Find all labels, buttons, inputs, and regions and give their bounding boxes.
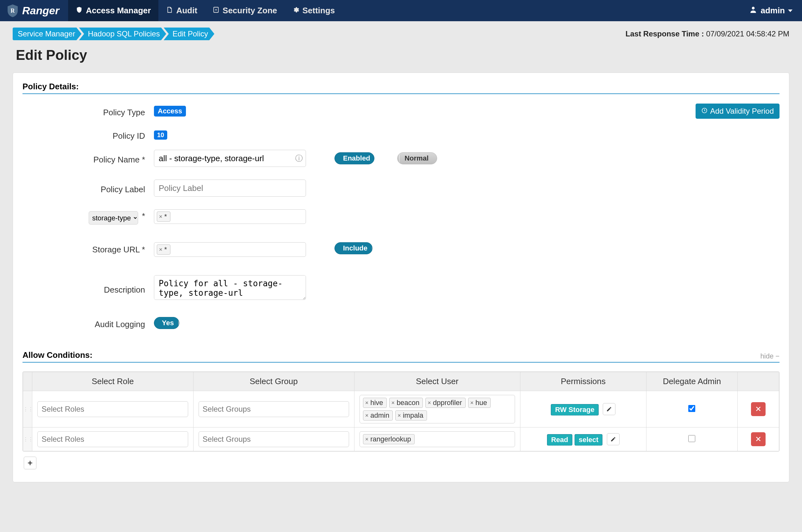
storage-type-tag: ×* [157,211,170,222]
add-validity-period-button[interactable]: Add Validity Period [695,103,780,119]
user-tag: ×beacon [389,398,423,408]
policy-type-badge: Access [154,106,186,116]
resource-select[interactable]: storage-type [89,211,138,225]
delegate-admin-checkbox[interactable] [688,405,695,412]
user-tag: ×rangerlookup [363,434,415,444]
user-icon [749,5,757,16]
delete-row-button[interactable]: ✕ [751,402,766,416]
permission-badge: select [575,434,602,445]
select-roles-input[interactable] [37,431,188,447]
minus-icon: − [776,352,780,360]
nav-label: Settings [302,6,335,16]
resp-time-label: Last Response Time : [626,30,706,38]
remove-tag-icon[interactable]: × [397,412,401,419]
tag-text: rangerlookup [370,435,411,443]
crumb-edit-policy[interactable]: Edit Policy [164,27,215,40]
page-title: Edit Policy [16,47,789,63]
add-condition-button[interactable]: + [24,457,36,469]
remove-tag-icon[interactable]: × [365,400,369,406]
tag-text: * [164,245,167,254]
permission-badge: Read [547,434,572,445]
toggle-label: Include [339,244,372,252]
crumb-service-manager[interactable]: Service Manager [13,27,81,40]
include-toggle[interactable]: Include [335,242,373,254]
tag-text: dpprofiler [433,399,462,407]
normal-override-toggle[interactable]: Normal [397,152,437,164]
edit-permissions-button[interactable] [607,433,619,445]
brand-name: Ranger [22,4,59,17]
permission-badge: RW Storage [551,404,598,416]
top-nav: R Ranger Access Manager Audit Security Z… [0,0,802,21]
storage-type-tagbox[interactable]: ×* [154,209,306,224]
chevron-down-icon [788,10,792,12]
table-row: ⋮⋮×rangerlookupRead select ✕ [23,428,779,451]
drag-handle[interactable]: ⋮⋮ [23,391,32,428]
remove-tag-icon[interactable]: × [159,213,163,220]
clock-icon [701,107,708,116]
delete-row-button[interactable]: ✕ [751,432,766,446]
resp-time-value: 07/09/2021 04:58:42 PM [706,30,789,38]
tag-text: admin [370,411,389,420]
select-roles-input[interactable] [37,401,188,417]
drag-handle[interactable]: ⋮⋮ [23,428,32,451]
description-textarea[interactable] [154,275,306,300]
nav-label: Security Zone [223,6,277,16]
select-users-tagbox[interactable]: ×rangerlookup [359,431,515,447]
user-tag: ×admin [363,411,393,420]
nav-settings[interactable]: Settings [285,0,343,21]
bolt-icon [212,6,220,16]
allow-conditions-table: Select Role Select Group Select User Per… [23,372,779,451]
ranger-logo-icon: R [6,4,19,18]
info-icon[interactable]: ⓘ [295,153,303,164]
enabled-toggle[interactable]: Enabled [335,152,374,164]
audit-logging-toggle[interactable]: Yes [154,317,179,329]
col-user: Select User [354,372,520,391]
breadcrumb: Service Manager Hadoop SQL Policies Edit… [13,27,215,40]
nav-access-manager[interactable]: Access Manager [68,0,158,21]
hide-section-link[interactable]: hide − [761,352,780,360]
brand[interactable]: R Ranger [0,0,68,21]
select-groups-input[interactable] [199,401,349,417]
section-allow-conditions: Allow Conditions: [22,350,93,360]
policy-label-input[interactable] [154,179,306,197]
remove-tag-icon[interactable]: × [470,400,474,406]
nav-security-zone[interactable]: Security Zone [205,0,285,21]
delegate-admin-checkbox[interactable] [688,435,695,442]
remove-tag-icon[interactable]: × [428,400,431,406]
col-delegate: Delegate Admin [646,372,738,391]
allow-conditions-table-container: Select Role Select Group Select User Per… [22,372,780,452]
remove-tag-icon[interactable]: × [159,246,163,253]
tag-text: hive [370,399,383,407]
user-name: admin [761,6,785,16]
label-policy-id: Policy ID [22,129,154,141]
section-policy-details: Policy Details: [22,82,780,92]
toggle-knob [178,318,179,328]
crumb-hadoop-sql[interactable]: Hadoop SQL Policies [79,27,166,40]
select-users-tagbox[interactable]: ×hive×beacon×dpprofiler×hue×admin×impala [359,395,515,423]
tag-text: hue [475,399,487,407]
last-response-time: Last Response Time : 07/09/2021 04:58:42… [626,30,789,38]
button-label: Add Validity Period [710,107,774,116]
select-groups-input[interactable] [199,431,349,447]
label-policy-type: Policy Type [22,105,154,117]
toggle-label: Normal [400,154,433,163]
shield-icon [76,6,83,16]
edit-permissions-button[interactable] [603,403,615,415]
toggle-knob [372,243,373,253]
policy-name-input[interactable] [154,150,306,167]
col-drag [23,372,32,391]
remove-tag-icon[interactable]: × [365,436,369,443]
remove-tag-icon[interactable]: × [365,412,369,419]
required-asterisk: * [142,211,145,221]
remove-tag-icon[interactable]: × [392,400,395,406]
storage-url-tagbox[interactable]: ×* [154,242,306,257]
col-perm: Permissions [520,372,646,391]
section-divider [22,362,780,363]
label-description: Description [22,283,154,295]
section-divider [22,93,780,94]
nav-label: Audit [176,6,197,16]
toggle-label: Yes [157,319,178,327]
nav-user-menu[interactable]: admin [740,5,802,16]
user-tag: ×hue [468,398,491,408]
nav-audit[interactable]: Audit [158,0,205,21]
